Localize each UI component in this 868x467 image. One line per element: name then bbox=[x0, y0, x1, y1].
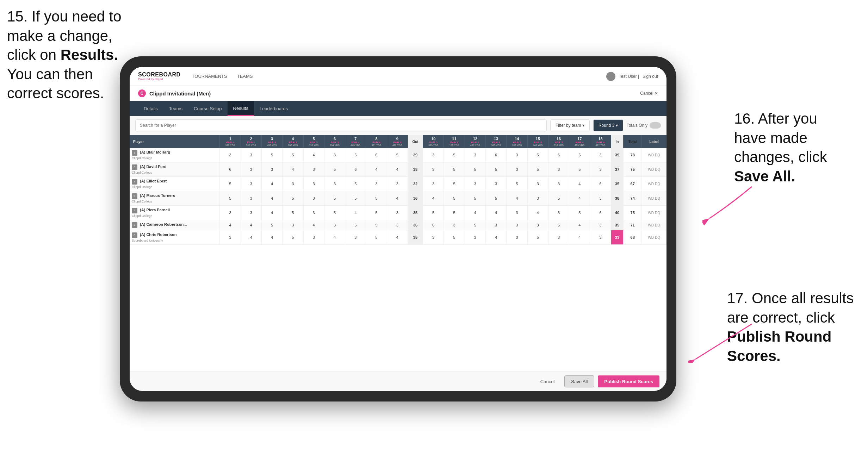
hole-score[interactable]: 5 bbox=[283, 206, 303, 220]
hole-score[interactable]: 5 bbox=[366, 191, 387, 206]
hole-score[interactable]: 5 bbox=[220, 191, 241, 206]
hole-score[interactable]: 3 bbox=[507, 162, 527, 177]
hole-score[interactable]: 3 bbox=[465, 230, 485, 245]
hole-score[interactable]: 3 bbox=[303, 230, 324, 245]
hole-score[interactable]: 3 bbox=[366, 177, 387, 191]
out-score[interactable]: 32 bbox=[408, 177, 423, 191]
hole-score[interactable]: 6 bbox=[485, 148, 506, 162]
hole-score[interactable]: 5 bbox=[366, 220, 387, 230]
hole-score[interactable]: 3 bbox=[387, 220, 408, 230]
hole-score[interactable]: 3 bbox=[283, 220, 303, 230]
hole-score[interactable]: 4 bbox=[569, 191, 590, 206]
hole-score[interactable]: 5 bbox=[444, 206, 465, 220]
hole-score[interactable]: 3 bbox=[548, 162, 569, 177]
hole-score[interactable]: 3 bbox=[527, 177, 548, 191]
in-score[interactable]: 33 bbox=[611, 230, 623, 245]
hole-score[interactable]: 3 bbox=[485, 220, 506, 230]
total-score[interactable]: 67 bbox=[624, 177, 642, 191]
hole-score[interactable]: 5 bbox=[345, 148, 366, 162]
in-score[interactable]: 39 bbox=[611, 148, 623, 162]
tab-course-setup[interactable]: Course Setup bbox=[188, 101, 228, 116]
hole-score[interactable]: 3 bbox=[283, 177, 303, 191]
hole-score[interactable]: 4 bbox=[261, 206, 282, 220]
hole-score[interactable]: 5 bbox=[444, 191, 465, 206]
hole-score[interactable]: 3 bbox=[387, 206, 408, 220]
tab-details[interactable]: Details bbox=[138, 101, 163, 116]
hole-score[interactable]: 5 bbox=[261, 220, 282, 230]
search-input[interactable] bbox=[135, 119, 547, 131]
hole-score[interactable]: 3 bbox=[324, 177, 345, 191]
hole-score[interactable]: 3 bbox=[303, 177, 324, 191]
hole-score[interactable]: 3 bbox=[241, 162, 261, 177]
hole-score[interactable]: 5 bbox=[444, 230, 465, 245]
hole-score[interactable]: 3 bbox=[387, 177, 408, 191]
hole-score[interactable]: 3 bbox=[485, 177, 506, 191]
hole-score[interactable]: 3 bbox=[590, 148, 611, 162]
hole-score[interactable]: 4 bbox=[569, 220, 590, 230]
hole-score[interactable]: 3 bbox=[527, 191, 548, 206]
total-score[interactable]: 78 bbox=[624, 148, 642, 162]
hole-score[interactable]: 3 bbox=[590, 220, 611, 230]
in-score[interactable]: 37 bbox=[611, 162, 623, 177]
hole-score[interactable]: 3 bbox=[507, 220, 527, 230]
hole-score[interactable]: 5 bbox=[324, 162, 345, 177]
hole-score[interactable]: 3 bbox=[241, 191, 261, 206]
hole-score[interactable]: 5 bbox=[283, 148, 303, 162]
hole-score[interactable]: 4 bbox=[569, 230, 590, 245]
tab-results[interactable]: Results bbox=[228, 101, 254, 116]
hole-score[interactable]: 3 bbox=[590, 162, 611, 177]
hole-score[interactable]: 4 bbox=[283, 162, 303, 177]
in-score[interactable]: 38 bbox=[611, 191, 623, 206]
wd-label[interactable]: WD bbox=[648, 153, 654, 157]
filter-team-button[interactable]: Filter by team ▾ bbox=[550, 119, 590, 131]
wd-label[interactable]: WD bbox=[648, 223, 654, 227]
hole-score[interactable]: 3 bbox=[423, 230, 444, 245]
hole-score[interactable]: 3 bbox=[444, 220, 465, 230]
hole-score[interactable]: 4 bbox=[303, 148, 324, 162]
hole-score[interactable]: 5 bbox=[324, 206, 345, 220]
hole-score[interactable]: 5 bbox=[345, 191, 366, 206]
dq-label[interactable]: DQ bbox=[655, 211, 660, 215]
hole-score[interactable]: 4 bbox=[465, 206, 485, 220]
hole-score[interactable]: 4 bbox=[241, 220, 261, 230]
hole-score[interactable]: 3 bbox=[241, 177, 261, 191]
hole-score[interactable]: 6 bbox=[590, 206, 611, 220]
out-score[interactable]: 36 bbox=[408, 191, 423, 206]
dq-label[interactable]: DQ bbox=[655, 168, 660, 172]
dq-label[interactable]: DQ bbox=[655, 236, 660, 239]
hole-score[interactable]: 5 bbox=[507, 177, 527, 191]
hole-score[interactable]: 3 bbox=[241, 148, 261, 162]
dq-label[interactable]: DQ bbox=[655, 182, 660, 186]
hole-score[interactable]: 5 bbox=[283, 230, 303, 245]
hole-score[interactable]: 3 bbox=[465, 148, 485, 162]
totals-switch[interactable] bbox=[650, 122, 661, 129]
hole-score[interactable]: 3 bbox=[303, 191, 324, 206]
total-score[interactable]: 68 bbox=[624, 230, 642, 245]
hole-score[interactable]: 4 bbox=[261, 230, 282, 245]
hole-score[interactable]: 3 bbox=[423, 162, 444, 177]
hole-score[interactable]: 5 bbox=[465, 162, 485, 177]
hole-score[interactable]: 4 bbox=[527, 206, 548, 220]
total-score[interactable]: 75 bbox=[624, 162, 642, 177]
out-score[interactable]: 35 bbox=[408, 206, 423, 220]
in-score[interactable]: 35 bbox=[611, 220, 623, 230]
hole-score[interactable]: 3 bbox=[220, 148, 241, 162]
hole-score[interactable]: 3 bbox=[527, 220, 548, 230]
hole-score[interactable]: 5 bbox=[465, 220, 485, 230]
hole-score[interactable]: 4 bbox=[387, 162, 408, 177]
wd-label[interactable]: WD bbox=[648, 168, 654, 172]
out-score[interactable]: 39 bbox=[408, 148, 423, 162]
out-score[interactable]: 36 bbox=[408, 220, 423, 230]
wd-label[interactable]: WD bbox=[648, 211, 654, 215]
hole-score[interactable]: 5 bbox=[465, 191, 485, 206]
hole-score[interactable]: 6 bbox=[590, 177, 611, 191]
hole-score[interactable]: 5 bbox=[444, 148, 465, 162]
nav-tournaments[interactable]: TOURNAMENTS bbox=[192, 72, 227, 80]
out-score[interactable]: 38 bbox=[408, 162, 423, 177]
hole-score[interactable]: 3 bbox=[241, 206, 261, 220]
hole-score[interactable]: 3 bbox=[590, 230, 611, 245]
hole-score[interactable]: 6 bbox=[345, 162, 366, 177]
hole-score[interactable]: 5 bbox=[548, 191, 569, 206]
sign-out-link[interactable]: Sign out bbox=[643, 74, 658, 79]
cancel-button[interactable]: Cancel bbox=[534, 375, 561, 387]
